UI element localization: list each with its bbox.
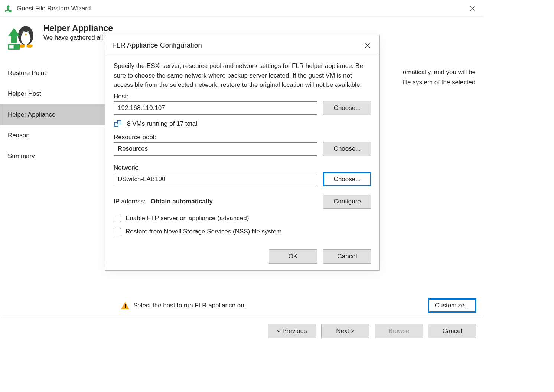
network-input[interactable]: DSwitch-LAB100: [114, 173, 317, 186]
sidebar-item-helper-host[interactable]: Helper Host: [0, 84, 112, 104]
warning-icon: [121, 301, 130, 310]
ip-label: IP address:: [114, 198, 146, 205]
host-input[interactable]: 192.168.110.107: [114, 101, 317, 115]
wizard-title: Guest File Restore Wizard: [17, 5, 464, 12]
previous-button[interactable]: < Previous: [268, 324, 316, 338]
sidebar-label: Summary: [8, 153, 35, 160]
wizard-close-button[interactable]: [464, 0, 482, 17]
pool-input[interactable]: Resources: [114, 142, 317, 156]
svg-point-9: [26, 44, 33, 48]
status-text: Select the host to run FLR appliance on.: [133, 302, 246, 309]
sidebar-label: Restore Point: [8, 69, 46, 77]
status-row: Select the host to run FLR appliance on.…: [121, 298, 476, 313]
sidebar-item-summary[interactable]: Summary: [0, 146, 112, 167]
wizard-header-icon: [5, 21, 39, 55]
content-text: omatically, and you will be file system …: [403, 67, 476, 87]
sidebar-item-reason[interactable]: Reason: [0, 125, 112, 146]
dialog-titlebar: FLR Appliance Configuration: [105, 35, 379, 55]
wizard-titlebar: Guest File Restore Wizard: [0, 0, 483, 17]
ftp-checkbox[interactable]: [114, 215, 121, 222]
network-choose-button[interactable]: Choose...: [323, 172, 371, 186]
app-icon: [4, 4, 13, 13]
sidebar-label: Helper Appliance: [8, 111, 56, 118]
host-status-icon: [114, 120, 123, 128]
wizard-sidebar: Restore Point Helper Host Helper Applian…: [0, 63, 112, 317]
dialog-cancel-button[interactable]: Cancel: [323, 249, 371, 264]
wizard-header-title: Helper Appliance: [43, 23, 253, 33]
pool-choose-button[interactable]: Choose...: [323, 142, 371, 156]
svg-rect-1: [6, 11, 9, 12]
sidebar-label: Reason: [8, 132, 30, 139]
host-status-text: 8 VMs running of 17 total: [127, 120, 197, 128]
nss-checkbox-label: Restore from Novell Storage Services (NS…: [126, 228, 281, 235]
configure-button[interactable]: Configure: [323, 195, 371, 209]
network-value: DSwitch-LAB100: [118, 176, 166, 183]
sidebar-item-restore-point[interactable]: Restore Point: [0, 63, 112, 84]
host-label: Host:: [114, 93, 371, 100]
dialog-title: FLR Appliance Configuration: [112, 41, 359, 49]
host-value: 192.168.110.107: [118, 104, 165, 112]
ftp-checkbox-label: Enable FTP server on appliance (advanced…: [126, 215, 249, 222]
network-label: Network:: [114, 164, 371, 172]
svg-rect-11: [9, 45, 14, 49]
dialog-close-button[interactable]: [359, 36, 377, 54]
ok-button[interactable]: OK: [269, 249, 317, 264]
svg-rect-12: [125, 304, 126, 307]
customize-button[interactable]: Customize...: [428, 298, 476, 313]
sidebar-label: Helper Host: [8, 90, 41, 98]
nss-checkbox[interactable]: [114, 228, 121, 235]
cancel-button[interactable]: Cancel: [428, 324, 476, 338]
pool-label: Resource pool:: [114, 134, 371, 141]
pool-value: Resources: [118, 145, 148, 153]
browse-button: Browse: [375, 324, 423, 338]
wizard-footer: < Previous Next > Browse Cancel: [0, 317, 483, 345]
ip-value: Obtain automatically: [151, 198, 323, 205]
svg-rect-13: [125, 307, 126, 308]
flr-config-dialog: FLR Appliance Configuration Specify the …: [105, 35, 380, 271]
svg-point-7: [27, 32, 28, 32]
sidebar-item-helper-appliance[interactable]: Helper Appliance: [0, 104, 112, 125]
svg-point-5: [23, 32, 24, 32]
host-choose-button[interactable]: Choose...: [323, 101, 371, 115]
dialog-description: Specify the ESXi server, resource pool a…: [114, 61, 371, 90]
next-button[interactable]: Next >: [321, 324, 369, 338]
svg-rect-15: [117, 120, 121, 124]
